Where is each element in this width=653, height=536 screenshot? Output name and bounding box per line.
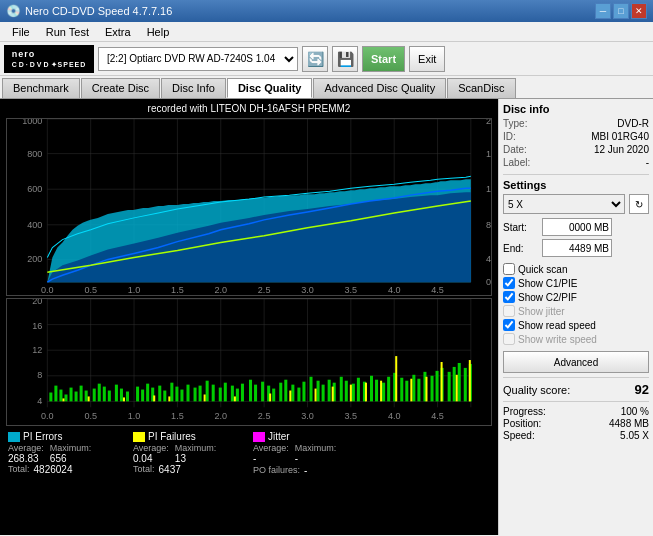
lower-chart: 20 16 12 8 4 0.0 0.5 1.0 1.5 2.0 2.5 3.0…	[6, 298, 492, 426]
svg-rect-99	[302, 382, 305, 402]
svg-text:3.0: 3.0	[301, 411, 314, 421]
svg-rect-115	[400, 378, 403, 402]
svg-text:4.0: 4.0	[388, 285, 401, 295]
advanced-button[interactable]: Advanced	[503, 351, 649, 373]
menu-file[interactable]: File	[4, 24, 38, 40]
tab-create-disc[interactable]: Create Disc	[81, 78, 160, 98]
disc-date-row: Date: 12 Jun 2020	[503, 144, 649, 155]
show-c1-pie-checkbox[interactable]	[503, 277, 515, 289]
svg-text:20: 20	[32, 299, 42, 306]
svg-rect-95	[279, 383, 282, 402]
tab-advanced-disc-quality[interactable]: Advanced Disc Quality	[313, 78, 446, 98]
pi-errors-average: 268.83	[8, 453, 44, 464]
svg-rect-131	[153, 395, 155, 401]
title-bar: 💿 Nero CD-DVD Speed 4.7.7.16 ─ □ ✕	[0, 0, 653, 22]
menu-help[interactable]: Help	[139, 24, 178, 40]
menu-run-test[interactable]: Run Test	[38, 24, 97, 40]
svg-rect-87	[231, 386, 234, 402]
show-c2-pif-row: Show C2/PIF	[503, 291, 649, 303]
progress-section: Progress: 100 % Position: 4488 MB Speed:…	[503, 406, 649, 441]
svg-text:3.5: 3.5	[345, 285, 358, 295]
svg-rect-72	[141, 390, 144, 402]
svg-rect-129	[88, 396, 90, 401]
svg-text:2.0: 2.0	[214, 411, 227, 421]
refresh-icon-button[interactable]: 🔄	[302, 46, 328, 72]
disc-label-row: Label: -	[503, 157, 649, 168]
start-input[interactable]	[542, 218, 612, 236]
svg-rect-118	[417, 379, 420, 402]
refresh-settings-icon[interactable]: ↻	[629, 194, 649, 214]
svg-rect-56	[49, 393, 52, 402]
jitter-maximum: -	[295, 453, 337, 464]
svg-rect-81	[194, 388, 197, 402]
svg-rect-92	[261, 382, 264, 402]
quick-scan-checkbox[interactable]	[503, 263, 515, 275]
svg-rect-106	[345, 381, 348, 402]
maximize-button[interactable]: □	[613, 3, 629, 19]
po-failures-value: -	[304, 465, 307, 476]
svg-text:4: 4	[37, 396, 42, 406]
svg-text:1000: 1000	[22, 119, 42, 126]
svg-rect-134	[234, 396, 236, 401]
svg-rect-80	[186, 385, 189, 402]
show-c2-pif-checkbox[interactable]	[503, 291, 515, 303]
svg-rect-97	[291, 385, 294, 402]
start-button[interactable]: Start	[362, 46, 405, 72]
pi-failures-average: 0.04	[133, 453, 169, 464]
svg-rect-60	[70, 388, 73, 402]
checkboxes-section: Quick scan Show C1/PIE Show C2/PIF Show …	[503, 263, 649, 345]
pi-errors-color	[8, 432, 20, 442]
svg-text:0.5: 0.5	[84, 285, 97, 295]
position-label: Position:	[503, 418, 541, 429]
svg-text:2.5: 2.5	[258, 411, 271, 421]
disc-label-label: Label:	[503, 157, 530, 168]
tab-benchmark[interactable]: Benchmark	[2, 78, 80, 98]
app-icon: 💿	[6, 4, 21, 18]
pi-failures-label: PI Failures	[148, 431, 196, 442]
svg-rect-83	[206, 381, 209, 402]
tab-disc-quality[interactable]: Disc Quality	[227, 78, 313, 98]
svg-rect-133	[204, 394, 206, 401]
quality-score-value: 92	[635, 382, 649, 397]
main-content: recorded with LITEON DH-16AFSH PREMM2	[0, 99, 653, 535]
svg-rect-89	[241, 384, 244, 402]
toolbar: neroCD·DVD✦SPEED [2:2] Optiarc DVD RW AD…	[0, 42, 653, 76]
show-jitter-label: Show jitter	[518, 306, 565, 317]
menu-extra[interactable]: Extra	[97, 24, 139, 40]
minimize-button[interactable]: ─	[595, 3, 611, 19]
svg-rect-138	[332, 387, 334, 402]
svg-text:3.5: 3.5	[345, 411, 358, 421]
svg-rect-75	[158, 386, 161, 402]
svg-rect-144	[425, 377, 427, 402]
show-read-speed-checkbox[interactable]	[503, 319, 515, 331]
speed-select[interactable]: 5 X	[503, 194, 625, 214]
pi-failures-maximum: 13	[175, 453, 217, 464]
disc-id-value: MBI 01RG40	[591, 131, 649, 142]
svg-rect-107	[352, 384, 355, 402]
start-row: Start:	[503, 218, 649, 236]
svg-text:600: 600	[27, 184, 42, 194]
chart-title: recorded with LITEON DH-16AFSH PREMM2	[2, 101, 496, 116]
title-bar-left: 💿 Nero CD-DVD Speed 4.7.7.16	[6, 4, 172, 18]
close-button[interactable]: ✕	[631, 3, 647, 19]
svg-rect-96	[284, 380, 287, 402]
tab-scan-disc[interactable]: ScanDisc	[447, 78, 515, 98]
exit-button[interactable]: Exit	[409, 46, 445, 72]
svg-rect-90	[249, 380, 252, 402]
save-icon-button[interactable]: 💾	[332, 46, 358, 72]
svg-rect-136	[289, 391, 291, 402]
svg-rect-113	[387, 377, 390, 402]
settings-section: Settings 5 X ↻ Start: End:	[503, 179, 649, 257]
svg-text:4: 4	[486, 254, 491, 264]
drive-select[interactable]: [2:2] Optiarc DVD RW AD-7240S 1.04	[98, 47, 298, 71]
svg-rect-121	[436, 371, 439, 402]
svg-rect-116	[405, 381, 408, 402]
svg-rect-130	[123, 397, 125, 401]
title-bar-text: Nero CD-DVD Speed 4.7.7.16	[25, 5, 172, 17]
tab-disc-info[interactable]: Disc Info	[161, 78, 226, 98]
svg-rect-105	[340, 377, 343, 402]
end-input[interactable]	[542, 239, 612, 257]
nero-logo: neroCD·DVD✦SPEED	[4, 45, 94, 73]
show-write-speed-label: Show write speed	[518, 334, 597, 345]
show-write-speed-checkbox	[503, 333, 515, 345]
